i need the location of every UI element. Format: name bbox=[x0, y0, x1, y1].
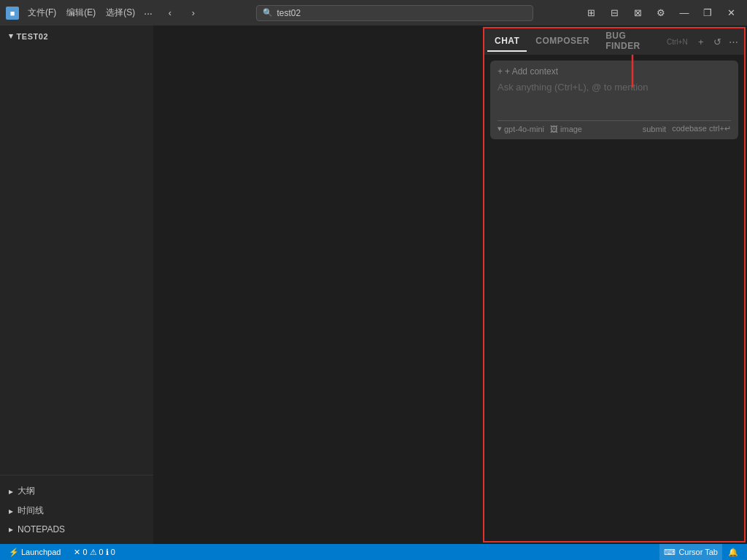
search-text: test02 bbox=[277, 8, 301, 18]
menu-file[interactable]: 文件(F) bbox=[23, 5, 61, 20]
close-button[interactable]: ✕ bbox=[721, 5, 741, 21]
status-right: ⌨ Cursor Tab 🔔 bbox=[659, 544, 741, 560]
info-icon: ℹ bbox=[106, 548, 109, 557]
status-left: ⚡ Launchpad ✕ 0 ⚠ 0 ℹ 0 bbox=[6, 544, 118, 560]
title-bar-left: ■ 文件(F) 编辑(E) 选择(S) ··· bbox=[6, 5, 155, 20]
launchpad-label: Launchpad bbox=[21, 548, 61, 556]
chat-footer: ▾ gpt-4o-mini 🖼 image submit codebase ct… bbox=[498, 120, 731, 133]
sidebar-item-outline[interactable]: ▸ 大纲 bbox=[0, 481, 153, 501]
add-context-label: + Add context bbox=[505, 66, 558, 77]
chat-input-box[interactable]: + + Add context Ask anything (Ctrl+L), @… bbox=[490, 61, 738, 139]
status-bar: ⚡ Launchpad ✕ 0 ⚠ 0 ℹ 0 ⌨ Cursor Tab 🔔 bbox=[0, 544, 747, 560]
tab-composer[interactable]: COMPOSER bbox=[528, 31, 597, 52]
restore-button[interactable]: ❐ bbox=[697, 5, 718, 21]
image-button[interactable]: 🖼 image bbox=[550, 125, 582, 133]
error-count: 0 bbox=[82, 548, 87, 556]
main-content: ▾ TEST02 ▸ 大纲 ▸ 时间线 ▸ NOTEPADS CHAT COM bbox=[0, 26, 747, 544]
sidebar: ▾ TEST02 ▸ 大纲 ▸ 时间线 ▸ NOTEPADS bbox=[0, 26, 153, 544]
right-panel: CHAT COMPOSER BUG FINDER Ctrl+N + ↺ ⋯ bbox=[483, 27, 746, 542]
panel-more-button[interactable]: ⋯ bbox=[727, 33, 741, 50]
sidebar-bottom: ▸ 大纲 ▸ 时间线 ▸ NOTEPADS bbox=[0, 475, 153, 544]
launchpad-icon: ⚡ bbox=[9, 548, 19, 557]
codebase-button[interactable]: codebase ctrl+↵ bbox=[672, 124, 731, 133]
sidebar-item-notepads[interactable]: ▸ NOTEPADS bbox=[0, 521, 153, 538]
plus-icon: + bbox=[498, 66, 503, 77]
app-icon: ■ bbox=[6, 7, 19, 20]
sidebar-chevron: ▾ bbox=[9, 31, 14, 41]
search-bar-container: 🔍 test02 bbox=[212, 5, 576, 21]
nav-forward-button[interactable]: › bbox=[183, 5, 204, 21]
errors-indicator[interactable]: ✕ 0 ⚠ 0 ℹ 0 bbox=[71, 544, 117, 560]
menu-bar: 文件(F) 编辑(E) 选择(S) ··· bbox=[23, 5, 155, 20]
chat-area: + + Add context Ask anything (Ctrl+L), @… bbox=[484, 55, 744, 541]
layout-btn-3[interactable]: ⊠ bbox=[627, 5, 648, 21]
sidebar-spacer bbox=[0, 47, 153, 475]
warning-icon: ⚠ bbox=[90, 548, 97, 557]
new-chat-button[interactable]: + bbox=[694, 33, 708, 50]
shortcut-label: Ctrl+N bbox=[664, 38, 691, 46]
chat-history-button[interactable]: ↺ bbox=[710, 33, 724, 50]
panel-tabs: CHAT COMPOSER BUG FINDER Ctrl+N + ↺ ⋯ bbox=[484, 28, 744, 55]
menu-more[interactable]: ··· bbox=[141, 6, 155, 20]
add-context-button[interactable]: + + Add context bbox=[498, 66, 731, 77]
editor-area bbox=[153, 26, 483, 544]
title-bar: ■ 文件(F) 编辑(E) 选择(S) ··· ‹ › 🔍 test02 ⊞ ⊟… bbox=[0, 0, 747, 26]
model-selector[interactable]: ▾ gpt-4o-mini bbox=[498, 124, 544, 133]
notifications-button[interactable]: 🔔 bbox=[725, 544, 741, 560]
footer-right: submit codebase ctrl+↵ bbox=[643, 124, 731, 133]
tab-bug-finder[interactable]: BUG FINDER bbox=[598, 26, 662, 57]
nav-back-button[interactable]: ‹ bbox=[160, 5, 180, 21]
sidebar-item-timeline[interactable]: ▸ 时间线 bbox=[0, 501, 153, 521]
launchpad-button[interactable]: ⚡ Launchpad bbox=[6, 544, 63, 560]
warning-count: 0 bbox=[99, 548, 104, 556]
sidebar-item-outline-chevron: ▸ bbox=[9, 486, 13, 497]
menu-select[interactable]: 选择(S) bbox=[101, 5, 139, 20]
layout-btn-2[interactable]: ⊟ bbox=[604, 5, 624, 21]
search-icon: 🔍 bbox=[263, 8, 273, 18]
chevron-down-icon: ▾ bbox=[498, 124, 502, 133]
submit-button[interactable]: submit bbox=[643, 125, 666, 133]
cursor-tab-icon: ⌨ bbox=[664, 548, 676, 557]
model-label: gpt-4o-mini bbox=[504, 125, 544, 133]
image-icon: 🖼 bbox=[550, 125, 558, 133]
image-label: image bbox=[560, 125, 582, 133]
title-bar-right: ⊞ ⊟ ⊠ ⚙ — ❐ ✕ bbox=[581, 5, 741, 21]
settings-button[interactable]: ⚙ bbox=[651, 5, 671, 21]
layout-btn-1[interactable]: ⊞ bbox=[581, 5, 601, 21]
sidebar-header: ▾ TEST02 bbox=[0, 26, 153, 47]
search-bar[interactable]: 🔍 test02 bbox=[256, 5, 533, 21]
chat-placeholder: Ask anything (Ctrl+L), @ to mention bbox=[498, 81, 731, 94]
bell-icon: 🔔 bbox=[728, 548, 738, 557]
minimize-button[interactable]: — bbox=[674, 5, 694, 21]
error-icon: ✕ bbox=[74, 548, 80, 557]
cursor-tab-label: Cursor Tab bbox=[678, 548, 718, 556]
sidebar-item-timeline-chevron: ▸ bbox=[9, 506, 13, 516]
project-name: TEST02 bbox=[17, 32, 49, 41]
tab-chat[interactable]: CHAT bbox=[487, 31, 527, 52]
sidebar-item-outline-label: 大纲 bbox=[18, 485, 35, 497]
menu-edit[interactable]: 编辑(E) bbox=[62, 5, 100, 20]
sidebar-item-notepads-label: NOTEPADS bbox=[18, 524, 65, 534]
cursor-tab-button[interactable]: ⌨ Cursor Tab bbox=[659, 544, 722, 560]
sidebar-item-notepads-chevron: ▸ bbox=[9, 524, 13, 534]
info-count: 0 bbox=[111, 548, 115, 556]
sidebar-item-timeline-label: 时间线 bbox=[18, 505, 44, 517]
